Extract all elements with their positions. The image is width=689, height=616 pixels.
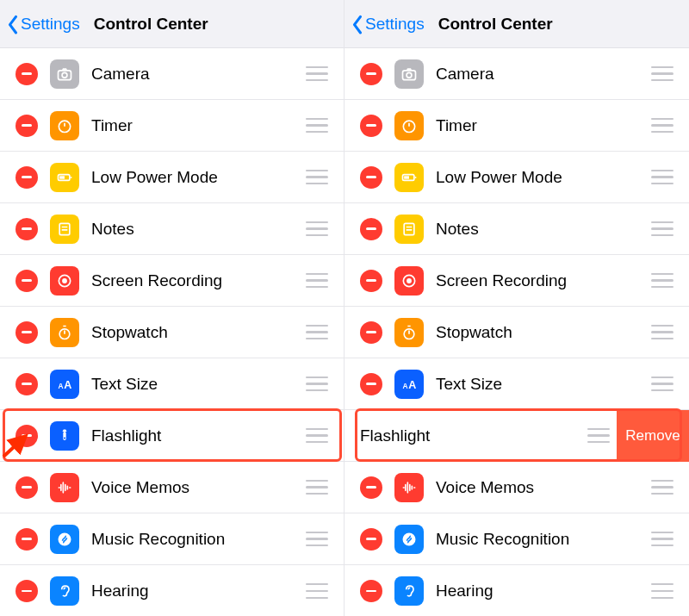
voicememo-icon bbox=[394, 473, 424, 502]
drag-handle-icon[interactable] bbox=[651, 480, 673, 495]
remove-minus-button[interactable] bbox=[16, 166, 38, 189]
remove-button[interactable]: Remove bbox=[617, 410, 689, 462]
remove-minus-button[interactable] bbox=[16, 321, 38, 344]
back-button[interactable]: Settings bbox=[5, 11, 82, 37]
drag-handle-icon[interactable] bbox=[306, 532, 328, 547]
remove-minus-button[interactable] bbox=[360, 321, 382, 344]
list-row-camera[interactable]: Camera bbox=[0, 48, 344, 100]
remove-minus-button[interactable] bbox=[360, 270, 382, 292]
drag-handle-icon[interactable] bbox=[306, 118, 328, 134]
list-row-stopwatch[interactable]: Stopwatch bbox=[344, 307, 689, 358]
drag-handle-icon[interactable] bbox=[651, 583, 673, 599]
hearing-icon bbox=[394, 576, 424, 606]
row-label: Timer bbox=[436, 116, 651, 135]
drag-handle-icon[interactable] bbox=[306, 221, 328, 237]
back-label: Settings bbox=[365, 15, 425, 34]
drag-handle-icon[interactable] bbox=[651, 376, 673, 392]
drag-handle-icon[interactable] bbox=[306, 376, 328, 392]
row-label: Camera bbox=[436, 65, 651, 84]
remove-minus-button[interactable] bbox=[16, 270, 38, 292]
list-row-hearing[interactable]: Hearing bbox=[344, 565, 689, 616]
list-row-timer[interactable]: Timer bbox=[0, 100, 344, 152]
svg-point-2 bbox=[59, 121, 70, 132]
drag-handle-icon[interactable] bbox=[651, 118, 673, 134]
remove-minus-button[interactable] bbox=[360, 580, 382, 602]
list-row-voicememo[interactable]: Voice Memos bbox=[344, 462, 689, 513]
chevron-back-icon bbox=[351, 15, 363, 34]
row-label: Stopwatch bbox=[436, 323, 651, 342]
drag-handle-icon[interactable] bbox=[651, 170, 673, 185]
list-row-screenrec[interactable]: Screen Recording bbox=[344, 255, 689, 307]
list-row-flash[interactable]: Flashlight bbox=[0, 410, 344, 462]
drag-handle-icon[interactable] bbox=[306, 583, 328, 599]
drag-handle-icon[interactable] bbox=[306, 170, 328, 185]
svg-point-1 bbox=[62, 72, 67, 78]
back-label: Settings bbox=[21, 15, 80, 34]
drag-handle-icon[interactable] bbox=[651, 273, 673, 289]
list-row-lowpower[interactable]: Low Power Mode bbox=[0, 152, 344, 203]
back-button[interactable]: Settings bbox=[350, 11, 426, 37]
list-row-screenrec[interactable]: Screen Recording bbox=[0, 255, 344, 307]
list-row-camera[interactable]: Camera bbox=[344, 48, 689, 100]
drag-handle-icon[interactable] bbox=[306, 428, 328, 444]
page-title: Control Center bbox=[438, 15, 553, 34]
remove-minus-button[interactable] bbox=[360, 476, 382, 499]
list-row-stopwatch[interactable]: Stopwatch bbox=[0, 307, 344, 358]
drag-handle-icon[interactable] bbox=[651, 221, 673, 237]
textsize-icon: AA bbox=[50, 370, 79, 399]
list-row-textsize[interactable]: AAText Size bbox=[0, 358, 344, 410]
drag-handle-icon[interactable] bbox=[306, 480, 328, 495]
list-row-hearing[interactable]: Hearing bbox=[0, 565, 344, 616]
remove-minus-button[interactable] bbox=[360, 166, 382, 189]
remove-minus-button[interactable] bbox=[360, 373, 382, 395]
row-label: Flashlight bbox=[91, 426, 306, 445]
list-row-timer[interactable]: Timer bbox=[344, 100, 689, 152]
remove-minus-button[interactable] bbox=[16, 115, 38, 137]
screenrec-icon bbox=[394, 266, 424, 296]
drag-handle-icon[interactable] bbox=[651, 325, 673, 340]
svg-point-28 bbox=[403, 532, 416, 545]
timer-icon bbox=[50, 111, 79, 140]
row-label: Voice Memos bbox=[91, 478, 306, 497]
svg-rect-19 bbox=[404, 176, 409, 178]
svg-text:A: A bbox=[64, 379, 71, 391]
drag-handle-icon[interactable] bbox=[306, 325, 328, 340]
list-row-voicememo[interactable]: Voice Memos bbox=[0, 462, 344, 513]
drag-handle-icon[interactable] bbox=[651, 532, 673, 547]
page-title: Control Center bbox=[94, 15, 208, 34]
row-label: Voice Memos bbox=[436, 478, 651, 497]
drag-handle-icon[interactable] bbox=[651, 66, 673, 82]
remove-minus-button[interactable] bbox=[16, 63, 38, 85]
list-row-musicrec[interactable]: Music Recognition bbox=[0, 513, 344, 565]
remove-minus-button[interactable] bbox=[16, 528, 38, 551]
row-label: Text Size bbox=[436, 375, 651, 394]
list-row-textsize[interactable]: AAText Size bbox=[344, 358, 689, 410]
remove-minus-button[interactable] bbox=[360, 115, 382, 137]
drag-handle-icon[interactable] bbox=[306, 273, 328, 289]
stopwatch-icon bbox=[394, 318, 424, 347]
row-label: Stopwatch bbox=[91, 323, 306, 342]
remove-minus-button[interactable] bbox=[360, 528, 382, 551]
remove-minus-button[interactable] bbox=[16, 218, 38, 240]
svg-text:A: A bbox=[408, 379, 416, 391]
list-row-musicrec[interactable]: Music Recognition bbox=[344, 513, 689, 565]
remove-minus-button[interactable] bbox=[16, 580, 38, 602]
drag-handle-icon[interactable] bbox=[587, 428, 610, 444]
remove-minus-button[interactable] bbox=[16, 476, 38, 499]
svg-text:A: A bbox=[403, 382, 408, 390]
row-label: Low Power Mode bbox=[436, 168, 651, 187]
remove-minus-button[interactable] bbox=[360, 218, 382, 240]
remove-minus-button[interactable] bbox=[360, 63, 382, 85]
remove-minus-button[interactable] bbox=[16, 373, 38, 395]
list-row-flash[interactable]: FlashlightRemove bbox=[344, 410, 689, 462]
drag-handle-icon[interactable] bbox=[306, 66, 328, 82]
list-row-notes[interactable]: Notes bbox=[0, 203, 344, 255]
list-row-notes[interactable]: Notes bbox=[344, 203, 689, 255]
row-label: Hearing bbox=[91, 582, 306, 600]
remove-minus-button[interactable] bbox=[16, 425, 38, 447]
svg-point-22 bbox=[407, 278, 412, 283]
list-row-lowpower[interactable]: Low Power Mode bbox=[344, 152, 689, 203]
row-label: Music Recognition bbox=[436, 530, 651, 549]
lowpower-icon bbox=[50, 163, 79, 192]
row-label: Screen Recording bbox=[436, 271, 651, 290]
